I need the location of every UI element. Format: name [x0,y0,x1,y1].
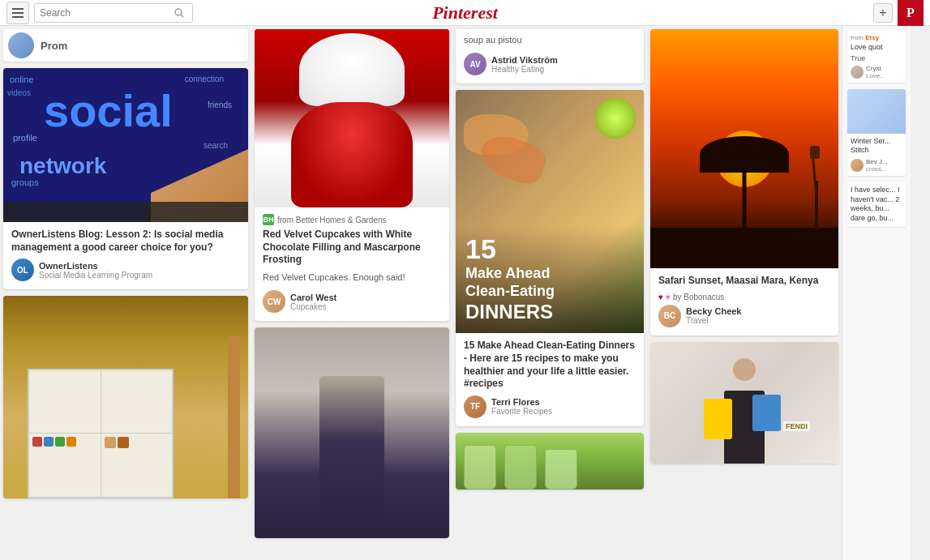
bev-board: cross... [866,165,888,173]
pinterest-logo[interactable]: Pinterest [432,2,498,24]
frosting [299,33,405,106]
terri-avatar: TF [464,395,486,418]
soup-user[interactable]: AV Astrid Vikström Healthy Eating [464,53,636,75]
soup-card[interactable]: soup au pistou AV Astrid Vikström Health… [456,29,644,83]
bev-user-info: Bev J... cross... [866,158,888,173]
jar-1 [464,445,496,489]
heart-red-icon: ♥ [658,293,663,301]
cupcake-user-info: Carol West Cupcakes [290,293,336,311]
cabinet [28,369,174,498]
etsy-source-name: Etsy [865,34,879,41]
shrimp-overlay: 15 Make Ahead Clean-Eating DINNERS [456,226,644,334]
winter-user[interactable]: Bev J... cross... [851,158,902,173]
shopping-person [716,358,773,464]
main-content: Prom online connection videos friends so… [0,26,930,560]
love-quote-user[interactable]: Cryst Love... [851,65,902,79]
column-2: BH from Better Homes & Gardens Red Velve… [251,26,452,560]
svg-line-1 [181,15,183,17]
clean-eating-label: Clean-Eating [465,283,634,301]
svg-point-0 [175,9,182,15]
becky-avatar: BC [658,305,681,327]
search-bar[interactable] [34,3,193,23]
winter-title: Winter Ser... [851,137,902,147]
becky-board: Travel [686,316,742,325]
cupcake-title: Red Velvet Cupcakes with White Chocolate… [263,229,441,267]
fashion-image [255,327,449,538]
astrid-avatar: AV [464,53,486,75]
furniture-image [3,296,248,498]
pinterest-p-button[interactable]: P [898,0,924,26]
heart-pink-icon: ♥ [666,293,671,301]
nav-right: + P [873,0,924,26]
shopping-card[interactable]: FENDI [650,342,838,464]
right-top-source: from Etsy [851,34,902,41]
ladder [228,336,240,498]
safari-card-content: Safari Sunset, Maasai Mara, Kenya ♥ ♥ by… [650,268,838,336]
cupcake-image [255,29,449,207]
dinners-card-content: 15 Make Ahead Clean-Eating Dinners - Her… [456,333,644,425]
safari-card[interactable]: Safari Sunset, Maasai Mara, Kenya ♥ ♥ by… [650,29,838,336]
cryst-board: Love... [866,72,885,79]
owner-listens-avatar: OL [11,259,34,281]
love-quote-body: True [851,54,902,62]
love-quote-title: Love quot [851,43,902,53]
menu-button[interactable] [6,2,29,24]
prom-label: Prom [41,40,67,52]
soup-card-content: soup au pistou AV Astrid Vikström Health… [456,29,644,83]
bev-avatar [851,159,864,172]
right-panel: from Etsy Love quot True Cryst Love... W… [842,26,911,560]
cupcake-user-name: Carol West [290,293,336,302]
soup-user-info: Astrid Vikström Healthy Eating [491,55,558,74]
winter-stitch-card[interactable]: Winter Ser... Stitch Bev J... cross... [847,89,906,176]
search-icon[interactable] [171,5,187,21]
astrid-board: Healthy Eating [491,65,558,74]
cupcake-user-board: Cupcakes [290,302,336,311]
cryst-avatar [851,66,864,79]
bev-name: Bev J... [866,158,888,165]
dinners-card[interactable]: 15 Make Ahead Clean-Eating DINNERS 15 Ma… [456,90,644,425]
astrid-name: Astrid Vikström [491,55,558,65]
jeans-silhouette [319,376,384,538]
safari-user[interactable]: BC Becky Cheek Travel [658,305,830,327]
tree-trunk [743,165,747,229]
text-quote-content: I have selec... I haven't vac... 2 weeks… [847,182,906,227]
prom-avatar [8,32,34,58]
fashion-card[interactable] [255,327,449,538]
furniture-card[interactable] [3,296,248,498]
jar-2 [504,445,537,489]
cupcake-body [291,102,413,207]
right-top-content: from Etsy Love quot True Cryst Love... [847,31,906,83]
dinners-label: DINNERS [465,301,634,324]
social-user-name: OwnerListens [39,261,152,271]
jar-3 [545,449,577,489]
prom-row[interactable]: Prom [3,29,248,62]
jars-image [456,433,644,489]
social-media-card[interactable]: online connection videos friends social … [3,68,248,289]
safari-ground [650,228,838,268]
keyboard-decoration [3,202,248,222]
becky-name: Becky Cheek [686,306,742,316]
right-top-card[interactable]: from Etsy Love quot True Cryst Love... [847,31,906,83]
add-button[interactable]: + [873,3,893,23]
social-card-user[interactable]: OL OwnerListens Social Media Learning Pr… [11,259,240,281]
cupcake-card[interactable]: BH from Better Homes & Gardens Red Velve… [255,29,449,321]
cupcake-user[interactable]: CW Carol West Cupcakes [263,290,441,313]
shrimp-number: 15 [465,233,634,266]
shrimp-image: 15 Make Ahead Clean-Eating DINNERS [456,90,644,333]
winter-stitch-image [847,89,906,134]
safari-by: by Bobonacus [673,293,724,301]
carol-west-avatar: CW [263,290,285,313]
text-quote-card[interactable]: I have selec... I haven't vac... 2 weeks… [847,182,906,227]
tree-top [700,136,789,173]
stitch-subtitle: Stitch [851,146,902,156]
search-input[interactable] [40,7,171,19]
dinners-user[interactable]: TF Terri Flores Favorite Recipes [464,395,636,418]
jars-card[interactable] [456,433,644,489]
giraffe-neck [812,155,817,195]
social-card-content: OwnerListens Blog: Lesson 2: Is social m… [3,222,248,289]
soup-text: soup au pistou [464,34,636,46]
top-navigation: Pinterest + P [0,0,930,26]
giraffe-head [810,146,820,159]
column-1: Prom online connection videos friends so… [0,26,251,560]
better-homes-icon: BH [263,214,274,225]
